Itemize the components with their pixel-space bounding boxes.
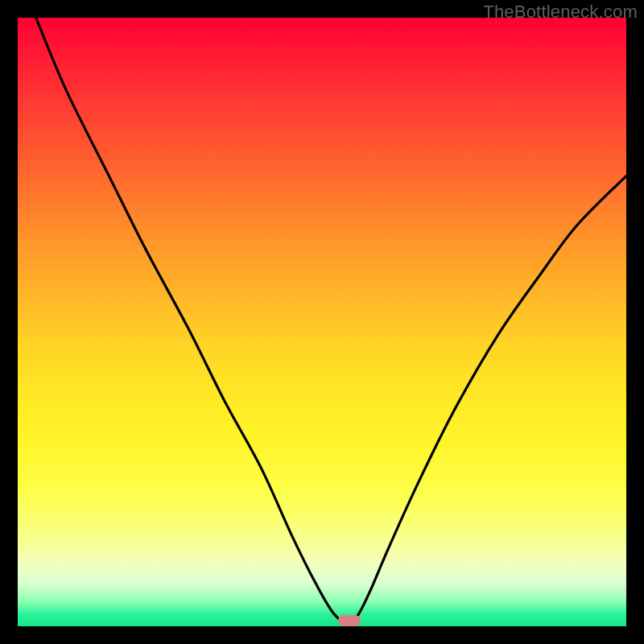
watermark-text: TheBottleneck.com (483, 2, 638, 23)
plot-area (18, 18, 626, 626)
chart-stage: TheBottleneck.com (0, 0, 644, 644)
curve-path (36, 18, 626, 623)
bottleneck-curve (18, 18, 626, 626)
minimum-marker (338, 615, 361, 626)
